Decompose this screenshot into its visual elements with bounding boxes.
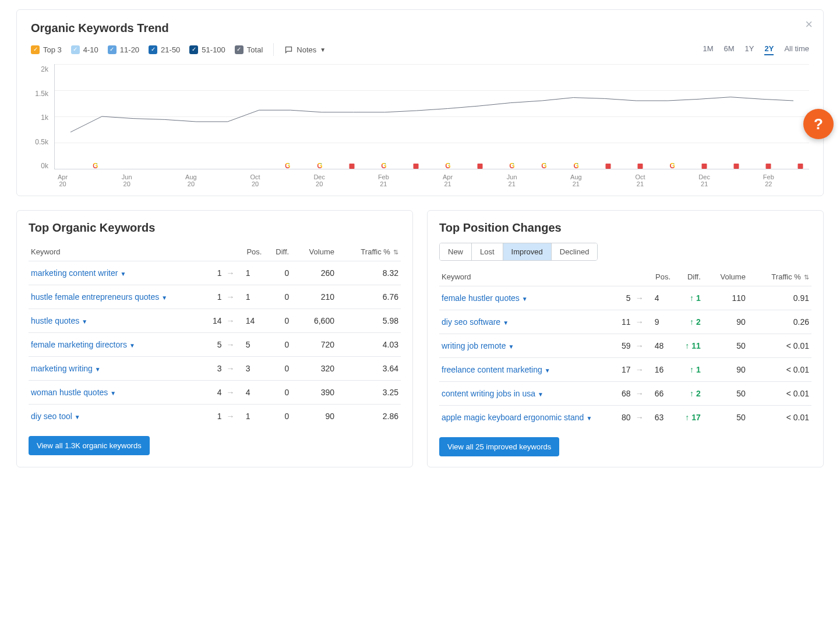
range-all-time[interactable]: All time: [784, 44, 809, 55]
chart-title: Organic Keywords Trend: [31, 22, 809, 35]
range-1m[interactable]: 1M: [703, 44, 713, 55]
arrow-right-icon: →: [224, 309, 243, 333]
keyword-link[interactable]: diy seo software: [442, 317, 500, 327]
caret-down-icon[interactable]: ▼: [75, 414, 80, 420]
col-traffic[interactable]: Traffic % ⇅: [337, 243, 401, 261]
top-keywords-title: Top Organic Keywords: [29, 221, 401, 235]
col-diff[interactable]: Diff.: [264, 243, 291, 261]
col-diff[interactable]: Diff.: [673, 268, 703, 286]
flag-icon: [477, 163, 482, 170]
tab-improved[interactable]: Improved: [503, 243, 552, 260]
col-pos[interactable]: Pos.: [612, 268, 673, 286]
legend-51-100[interactable]: ✓51-100: [189, 45, 225, 54]
caret-down-icon[interactable]: ▼: [522, 296, 528, 302]
table-row: writing job remote▼59→48↑ 1150< 0.01: [439, 334, 811, 358]
tab-declined[interactable]: Declined: [552, 243, 598, 260]
close-icon[interactable]: ×: [805, 18, 813, 31]
sort-icon: ⇅: [802, 274, 809, 281]
keyword-link[interactable]: apple magic keyboard ergonomic stand: [442, 413, 584, 422]
flag-icon: [702, 163, 707, 170]
caret-down-icon[interactable]: ▼: [129, 342, 135, 349]
table-row: hustle quotes▼14→1406,6005.98: [29, 309, 401, 333]
caret-down-icon[interactable]: ▼: [509, 343, 514, 350]
arrow-right-icon: →: [224, 405, 243, 428]
separator: [273, 43, 274, 56]
view-all-keywords-button[interactable]: View all 1.3K organic keywords: [29, 436, 150, 455]
arrow-up-icon: ↑: [685, 341, 689, 350]
table-row: female marketing directors▼5→507204.03: [29, 333, 401, 357]
col-traffic[interactable]: Traffic % ⇅: [748, 268, 811, 286]
arrow-right-icon: →: [224, 381, 243, 405]
google-icon: G: [541, 162, 546, 170]
col-volume[interactable]: Volume: [703, 268, 748, 286]
flag-icon: [606, 163, 611, 170]
arrow-right-icon: →: [224, 333, 243, 357]
caret-down-icon[interactable]: ▼: [545, 367, 550, 374]
caret-down-icon[interactable]: ▼: [503, 320, 509, 326]
arrow-right-icon: →: [633, 406, 652, 430]
position-changes-table: Keyword Pos. Diff. Volume Traffic % ⇅ fe…: [439, 268, 811, 429]
keyword-link[interactable]: writing job remote: [442, 341, 506, 350]
flag-icon: [766, 163, 771, 170]
col-keyword[interactable]: Keyword: [439, 268, 612, 286]
range-1y[interactable]: 1Y: [745, 44, 754, 55]
google-icon: G: [381, 162, 386, 170]
caret-down-icon[interactable]: ▼: [586, 415, 592, 421]
keyword-link[interactable]: content writing jobs in usa: [442, 389, 535, 398]
table-row: diy seo tool▼1→10902.86: [29, 405, 401, 428]
keyword-link[interactable]: marketing content writer: [31, 268, 118, 278]
legend-21-50[interactable]: ✓21-50: [149, 45, 180, 54]
col-pos[interactable]: Pos.: [203, 243, 264, 261]
caret-down-icon[interactable]: ▼: [110, 390, 116, 396]
table-row: hustle female entrepreneurs quotes▼1→102…: [29, 285, 401, 309]
chart-plot: 2k1.5k1k0.5k0k GGGGGGGGG: [31, 64, 809, 170]
keyword-link[interactable]: woman hustle quotes: [31, 388, 108, 397]
keyword-link[interactable]: hustle female entrepreneurs quotes: [31, 292, 159, 302]
caret-down-icon[interactable]: ▼: [95, 366, 101, 373]
google-icon: G: [317, 162, 322, 170]
arrow-right-icon: →: [224, 261, 243, 285]
arrow-right-icon: →: [633, 334, 652, 358]
flag-icon: [413, 163, 418, 170]
position-changes-card: Top Position Changes NewLostImprovedDecl…: [427, 210, 824, 467]
legend-total[interactable]: ✓Total: [235, 45, 263, 54]
keyword-link[interactable]: female hustler quotes: [442, 293, 520, 303]
range-6m[interactable]: 6M: [724, 44, 735, 55]
table-row: marketing writing▼3→303203.64: [29, 357, 401, 381]
arrow-up-icon: ↑: [685, 413, 689, 422]
caret-down-icon[interactable]: ▼: [120, 271, 126, 277]
col-keyword[interactable]: Keyword: [29, 243, 203, 261]
table-row: female hustler quotes▼5→4↑ 11100.91: [439, 286, 811, 310]
arrow-up-icon: ↑: [690, 317, 694, 327]
arrow-up-icon: ↑: [690, 293, 694, 303]
table-row: marketing content writer▼1→102608.32: [29, 261, 401, 285]
tab-lost[interactable]: Lost: [472, 243, 503, 260]
notes-toggle[interactable]: Notes ▼: [284, 45, 326, 54]
sort-icon: ⇅: [391, 249, 398, 256]
keyword-link[interactable]: female marketing directors: [31, 340, 127, 349]
caret-down-icon[interactable]: ▼: [161, 295, 167, 301]
tab-new[interactable]: New: [440, 243, 472, 260]
chevron-down-icon: ▼: [320, 47, 326, 53]
keyword-link[interactable]: freelance content marketing: [442, 365, 542, 374]
view-all-improved-button[interactable]: View all 25 improved keywords: [439, 437, 559, 456]
arrow-right-icon: →: [633, 358, 652, 382]
range-2y[interactable]: 2Y: [764, 44, 774, 55]
caret-down-icon[interactable]: ▼: [538, 391, 543, 398]
google-icon: G: [285, 162, 290, 170]
col-volume[interactable]: Volume: [291, 243, 337, 261]
keyword-link[interactable]: hustle quotes: [31, 316, 79, 325]
keyword-link[interactable]: marketing writing: [31, 364, 93, 373]
legend-4-10[interactable]: ✓4-10: [71, 45, 98, 54]
caret-down-icon[interactable]: ▼: [82, 318, 87, 325]
top-keywords-card: Top Organic Keywords Keyword Pos. Diff. …: [16, 210, 413, 467]
legend-top-3[interactable]: ✓Top 3: [31, 45, 62, 54]
arrow-up-icon: ↑: [690, 389, 694, 398]
top-keywords-table: Keyword Pos. Diff. Volume Traffic % ⇅ ma…: [29, 243, 401, 428]
legend-11-20[interactable]: ✓11-20: [108, 45, 139, 54]
table-row: freelance content marketing▼17→16↑ 190< …: [439, 358, 811, 382]
google-icon: G: [93, 162, 98, 170]
arrow-right-icon: →: [633, 286, 652, 310]
help-button[interactable]: ?: [803, 109, 834, 139]
keyword-link[interactable]: diy seo tool: [31, 412, 72, 421]
